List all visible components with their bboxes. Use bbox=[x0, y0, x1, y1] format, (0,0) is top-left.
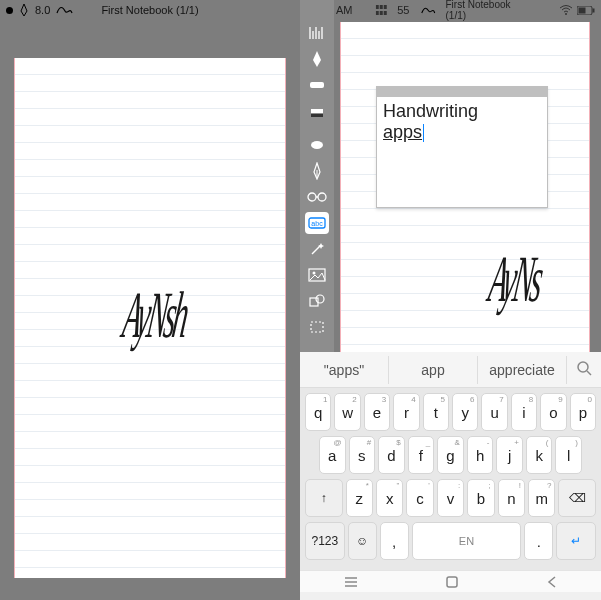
key-l[interactable]: l) bbox=[555, 436, 582, 474]
ruler-tool-icon[interactable] bbox=[305, 22, 329, 44]
comma-key[interactable]: , bbox=[380, 522, 409, 560]
battery-value: 55 bbox=[397, 4, 409, 16]
space-key[interactable]: EN bbox=[412, 522, 522, 560]
note-text[interactable]: Handwriting apps bbox=[377, 97, 547, 146]
key-f[interactable]: f_ bbox=[408, 436, 435, 474]
note-drag-handle[interactable] bbox=[377, 87, 547, 97]
svg-rect-25 bbox=[311, 322, 323, 332]
text-note[interactable]: Handwriting apps bbox=[376, 86, 548, 208]
key-r[interactable]: r4 bbox=[393, 393, 419, 431]
key-b[interactable]: b; bbox=[467, 479, 494, 517]
svg-rect-0 bbox=[375, 5, 378, 9]
svg-rect-5 bbox=[383, 11, 386, 15]
key-e[interactable]: e3 bbox=[364, 393, 390, 431]
margin-line bbox=[285, 58, 286, 578]
svg-rect-11 bbox=[311, 109, 323, 113]
shape-tool-icon[interactable] bbox=[305, 290, 329, 312]
key-c[interactable]: c' bbox=[406, 479, 433, 517]
svg-rect-10 bbox=[310, 82, 324, 88]
left-screenshot: 8.0 First Notebook (1/1) AyNsh bbox=[0, 0, 300, 600]
key-d[interactable]: d$ bbox=[378, 436, 405, 474]
select-tool-icon[interactable] bbox=[305, 316, 329, 338]
wifi-icon bbox=[559, 5, 573, 15]
note-line2: apps bbox=[383, 122, 422, 142]
svg-rect-2 bbox=[383, 5, 386, 9]
right-screenshot: 11:32 AM 55 First Notebook (1/1) bbox=[300, 0, 601, 600]
margin-line bbox=[589, 22, 590, 352]
glasses-tool-icon[interactable] bbox=[305, 186, 329, 208]
key-n[interactable]: n! bbox=[498, 479, 525, 517]
suggestion[interactable]: "apps" bbox=[300, 356, 389, 384]
wand-tool-icon[interactable] bbox=[305, 238, 329, 260]
nav-recents-icon[interactable] bbox=[344, 576, 358, 588]
key-row-3: ↑ z*x"c'v:b;n!m? ⌫ bbox=[305, 479, 596, 517]
grid-icon bbox=[375, 5, 387, 15]
rec-dot-icon bbox=[6, 7, 13, 14]
key-a[interactable]: a@ bbox=[319, 436, 346, 474]
key-p[interactable]: p0 bbox=[570, 393, 596, 431]
key-h[interactable]: h- bbox=[467, 436, 494, 474]
key-t[interactable]: t5 bbox=[423, 393, 449, 431]
svg-point-24 bbox=[316, 295, 324, 303]
key-j[interactable]: j+ bbox=[496, 436, 523, 474]
key-s[interactable]: s# bbox=[349, 436, 376, 474]
key-u[interactable]: u7 bbox=[481, 393, 507, 431]
shift-key[interactable]: ↑ bbox=[305, 479, 343, 517]
stroke-icon bbox=[55, 3, 73, 17]
svg-rect-4 bbox=[379, 11, 382, 15]
paper-canvas[interactable]: AyNsh bbox=[14, 58, 286, 578]
image-tool-icon[interactable] bbox=[305, 264, 329, 286]
note-line1: Handwriting bbox=[383, 101, 478, 121]
margin-line bbox=[340, 22, 341, 352]
svg-line-27 bbox=[587, 371, 591, 375]
key-x[interactable]: x" bbox=[376, 479, 403, 517]
key-row-4: ?123 ☺ , EN . ↵ bbox=[305, 522, 596, 560]
svg-rect-31 bbox=[447, 577, 457, 587]
emoji-key[interactable]: ☺ bbox=[348, 522, 377, 560]
fountain-tool-icon[interactable] bbox=[305, 160, 329, 182]
status-bar-right: 11:32 AM 55 First Notebook (1/1) bbox=[300, 0, 601, 20]
stroke-icon bbox=[420, 4, 436, 16]
svg-point-16 bbox=[318, 193, 326, 201]
key-i[interactable]: i8 bbox=[511, 393, 537, 431]
suggestion-bar: "apps" app appreciate bbox=[300, 352, 601, 388]
svg-point-22 bbox=[313, 272, 316, 275]
key-o[interactable]: o9 bbox=[540, 393, 566, 431]
search-icon[interactable] bbox=[567, 360, 601, 380]
text-caret bbox=[423, 124, 424, 142]
svg-rect-9 bbox=[593, 8, 595, 12]
pen-icon bbox=[18, 3, 30, 17]
suggestion[interactable]: app bbox=[389, 356, 478, 384]
key-z[interactable]: z* bbox=[346, 479, 373, 517]
battery-icon bbox=[577, 6, 595, 15]
margin-line bbox=[14, 58, 15, 578]
android-navbar bbox=[300, 570, 601, 592]
svg-point-6 bbox=[565, 13, 567, 15]
key-g[interactable]: g& bbox=[437, 436, 464, 474]
svg-point-26 bbox=[578, 362, 588, 372]
key-w[interactable]: w2 bbox=[334, 393, 360, 431]
eraser-tool-icon[interactable] bbox=[305, 134, 329, 156]
period-key[interactable]: . bbox=[524, 522, 553, 560]
key-k[interactable]: k( bbox=[526, 436, 553, 474]
nav-home-icon[interactable] bbox=[445, 575, 459, 589]
pen-tool-icon[interactable] bbox=[305, 48, 329, 70]
text-tool-icon[interactable]: abc bbox=[305, 212, 329, 234]
nav-back-icon[interactable] bbox=[546, 575, 558, 589]
svg-rect-8 bbox=[579, 7, 586, 13]
handwriting-sample: AyNsh bbox=[119, 278, 191, 353]
symbols-key[interactable]: ?123 bbox=[305, 522, 345, 560]
key-m[interactable]: m? bbox=[528, 479, 555, 517]
svg-text:abc: abc bbox=[311, 220, 323, 227]
svg-rect-1 bbox=[379, 5, 382, 9]
backspace-key[interactable]: ⌫ bbox=[558, 479, 596, 517]
key-row-2: a@s#d$f_g&h-j+k(l) bbox=[305, 436, 596, 474]
pen-size: 8.0 bbox=[35, 4, 50, 16]
key-q[interactable]: q1 bbox=[305, 393, 331, 431]
enter-key[interactable]: ↵ bbox=[556, 522, 596, 560]
key-y[interactable]: y6 bbox=[452, 393, 478, 431]
bucket-tool-icon[interactable] bbox=[305, 100, 329, 122]
suggestion[interactable]: appreciate bbox=[478, 356, 567, 384]
key-v[interactable]: v: bbox=[437, 479, 464, 517]
brush-tool-icon[interactable] bbox=[305, 74, 329, 96]
